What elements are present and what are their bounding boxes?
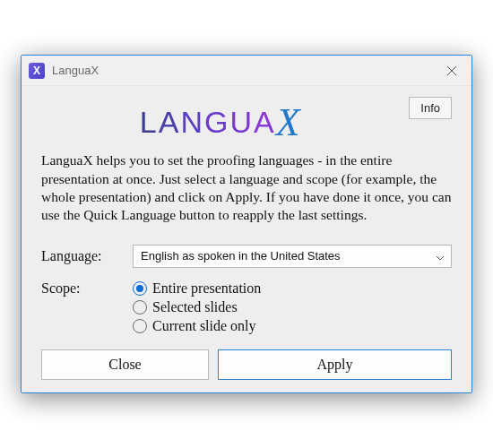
radio-icon [133,319,147,333]
scope-option-entire[interactable]: Entire presentation [133,280,452,297]
description-text: LanguaX helps you to set the proofing la… [41,151,452,225]
scope-radio-group: Entire presentation Selected slides Curr… [133,280,452,337]
radio-icon [133,300,147,314]
info-button[interactable]: Info [409,97,452,119]
close-button[interactable]: Close [41,349,209,380]
app-logo: LANGUAX [41,97,400,142]
radio-label: Current slide only [152,318,256,334]
radio-label: Entire presentation [152,280,261,297]
language-label: Language: [41,248,133,264]
radio-icon [133,281,147,296]
apply-button[interactable]: Apply [218,349,452,380]
scope-option-current[interactable]: Current slide only [133,318,452,334]
radio-label: Selected slides [152,299,238,315]
titlebar: X LanguaX [22,56,471,86]
window-title: LanguaX [52,64,432,77]
language-select[interactable] [133,245,452,268]
dialog-window: X LanguaX LANGUAX Info LanguaX helps you… [21,55,472,393]
close-icon[interactable] [432,56,471,86]
scope-option-selected[interactable]: Selected slides [133,299,452,315]
scope-label: Scope: [41,280,133,297]
app-icon: X [29,63,45,79]
